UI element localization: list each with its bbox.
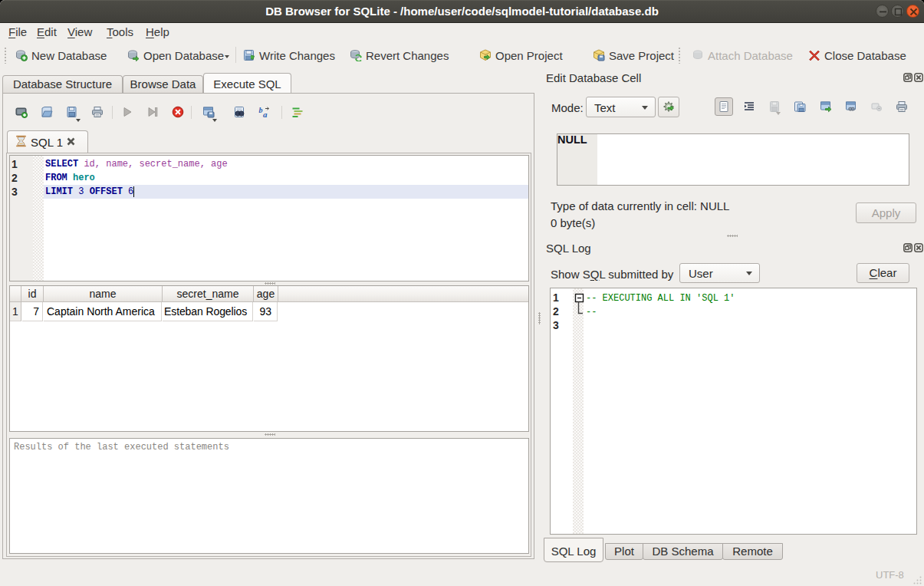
- svg-text:a: a: [263, 110, 268, 119]
- svg-text:b: b: [259, 106, 263, 114]
